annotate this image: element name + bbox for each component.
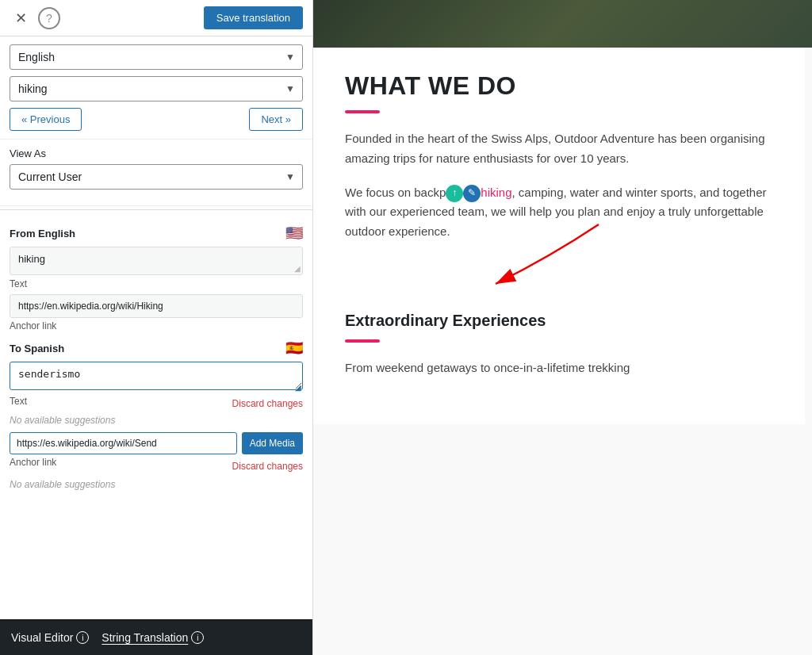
right-panel: WHAT WE DO Founded in the heart of the S… xyxy=(313,0,812,655)
suggestions-text: No available suggestions xyxy=(10,415,303,426)
from-flag-icon: 🇺🇸 xyxy=(285,224,303,242)
to-section: To Spanish 🇪🇸 senderismo ◢ Text Discard … xyxy=(10,339,303,490)
from-lang-label: From English xyxy=(10,228,75,239)
para2-pre: We focus on backp xyxy=(345,186,446,199)
visual-editor-tab[interactable]: Visual Editor i xyxy=(11,628,89,647)
language-select[interactable]: English Spanish French xyxy=(10,44,303,70)
translation-input-wrap: senderismo ◢ xyxy=(10,362,303,393)
bottom-bar: Visual Editor i String Translation i xyxy=(0,619,312,655)
paragraph-3: From weekend getaways to once-in-a-lifet… xyxy=(345,358,773,378)
accent-divider xyxy=(345,110,380,113)
section-subtitle: Extraordinary Experiences xyxy=(345,312,773,330)
string-select[interactable]: hiking backpacking camping xyxy=(10,76,303,102)
save-translation-button[interactable]: Save translation xyxy=(204,6,303,29)
paragraph-1: Founded in the heart of the Swiss Alps, … xyxy=(345,129,773,169)
view-as-select[interactable]: Current User Administrator Guest xyxy=(10,164,303,190)
to-lang-label: To Spanish xyxy=(10,343,64,354)
add-media-button[interactable]: Add Media xyxy=(242,432,303,454)
page-body: Founded in the heart of the Swiss Alps, … xyxy=(345,129,773,242)
translation-input[interactable]: senderismo xyxy=(10,362,303,390)
translation-section: From English 🇺🇸 hiking ◢ Text https://en… xyxy=(0,216,312,619)
page-title: WHAT WE DO xyxy=(345,71,773,101)
view-as-select-wrapper: Current User Administrator Guest ▼ xyxy=(10,164,303,190)
help-button[interactable]: ? xyxy=(38,7,60,29)
language-select-wrapper: English Spanish French ▼ xyxy=(10,44,303,70)
url-row: Add Media xyxy=(10,432,303,454)
translation-resize-icon: ◢ xyxy=(295,383,301,392)
discard-changes-link[interactable]: Discard changes xyxy=(232,398,303,409)
anchor-suggestions-text: No available suggestions xyxy=(10,479,303,490)
top-bar: ✕ ? Save translation xyxy=(0,0,312,36)
visual-editor-info-icon: i xyxy=(76,631,89,644)
page-content: WHAT WE DO Founded in the heart of the S… xyxy=(313,48,805,424)
string-translation-tab[interactable]: String Translation i xyxy=(102,628,204,647)
string-translation-info-icon: i xyxy=(191,631,204,644)
section-accent-divider xyxy=(345,339,380,343)
from-anchor-label: Anchor link xyxy=(10,320,303,331)
anchor-url-input[interactable] xyxy=(10,432,237,454)
view-as-label: View As xyxy=(10,147,303,159)
visual-editor-label: Visual Editor xyxy=(11,631,73,644)
anchor-discard-row: Anchor link Discard changes xyxy=(10,457,303,476)
edit-icon: ✎ xyxy=(463,185,481,202)
source-text-box: hiking ◢ xyxy=(10,247,303,275)
help-icon: ? xyxy=(46,12,52,25)
left-panel: ✕ ? Save translation English Spanish Fre… xyxy=(0,0,313,655)
resize-handle-icon: ◢ xyxy=(294,264,301,273)
close-button[interactable]: ✕ xyxy=(10,7,32,29)
site-header-image xyxy=(313,0,812,48)
string-select-wrapper: hiking backpacking camping ▼ xyxy=(10,76,303,102)
next-button[interactable]: Next » xyxy=(249,108,303,131)
highlight-hiking: hiking xyxy=(481,183,511,203)
close-icon: ✕ xyxy=(15,10,27,27)
source-text: hiking xyxy=(18,253,45,265)
to-anchor-label: Anchor link xyxy=(10,457,56,468)
up-arrow-icon: ↑ xyxy=(446,185,463,202)
previous-button[interactable]: « Previous xyxy=(10,108,82,131)
anchor-discard-link[interactable]: Discard changes xyxy=(232,461,303,472)
paragraph-2: We focus on backp↑✎hiking, camping, wate… xyxy=(345,183,773,242)
paragraph-3-wrap: From weekend getaways to once-in-a-lifet… xyxy=(345,358,773,378)
to-flag-icon: 🇪🇸 xyxy=(285,339,303,357)
nav-buttons: « Previous Next » xyxy=(10,108,303,131)
to-field-type: Text xyxy=(10,396,27,407)
view-as-section: View As Current User Administrator Guest… xyxy=(0,140,312,206)
controls-section: English Spanish French ▼ hiking backpack… xyxy=(0,36,312,140)
string-translation-label: String Translation xyxy=(102,631,188,644)
from-lang-row: From English 🇺🇸 xyxy=(10,224,303,242)
from-anchor-url: https://en.wikipedia.org/wiki/Hiking xyxy=(10,294,303,318)
to-field-type-row: Text Discard changes xyxy=(10,396,303,412)
to-lang-row: To Spanish 🇪🇸 xyxy=(10,339,303,357)
section-divider xyxy=(0,209,312,210)
from-field-type: Text xyxy=(10,278,303,289)
